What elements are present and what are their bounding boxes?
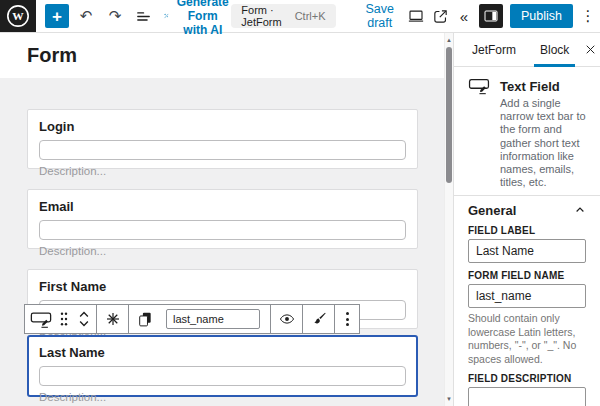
control-field-description: FIELD DESCRIPTION (468, 373, 586, 406)
topbar-actions: Save draft « Pu (356, 2, 600, 30)
field-label-input[interactable] (468, 239, 586, 263)
save-draft-button[interactable]: Save draft (356, 2, 405, 30)
wordpress-icon: W (5, 3, 31, 29)
block-toolbar-group-style (302, 305, 334, 333)
field-name-quick-input[interactable] (166, 309, 260, 329)
duplicate-icon (137, 311, 153, 328)
field-label[interactable]: First Name (39, 279, 406, 294)
field-label[interactable]: Email (39, 199, 406, 214)
document-title: Form · JetForm (241, 4, 281, 28)
desktop-preview-icon (407, 7, 425, 25)
form-blocks-area: Login Description... Email Description..… (0, 78, 444, 406)
text-field-block-login[interactable]: Login Description... (27, 109, 418, 169)
field-description[interactable]: Description... (39, 391, 406, 403)
field-input-preview (39, 366, 406, 386)
block-card-header: Text Field (468, 77, 586, 95)
generate-form-ai-button[interactable]: Generate Form with AI (163, 4, 231, 28)
close-sidebar-button[interactable] (581, 33, 600, 66)
duplicate-field-button[interactable] (131, 305, 158, 333)
settings-sidebar-toggle[interactable] (479, 4, 503, 28)
tab-jetform[interactable]: JetForm (460, 33, 528, 66)
field-label-label: FIELD LABEL (468, 225, 586, 236)
add-block-button[interactable]: + (45, 4, 69, 28)
options-menu-button[interactable]: ⋮ (576, 4, 600, 28)
wordpress-block-editor: W + ↶ ↷ Generate Form with AI Form · Jet… (0, 0, 600, 406)
sidebar-tabs: JetForm Block (454, 33, 600, 67)
field-description[interactable]: Description... (39, 245, 406, 257)
block-toolbar-group-name (128, 305, 270, 333)
sidebar-panel-icon (483, 8, 499, 24)
move-up-down-icon (78, 310, 90, 328)
text-field-block-icon (30, 310, 52, 329)
external-link-icon (432, 8, 449, 25)
shortcut-hint: Ctrl+K (295, 10, 326, 22)
list-view-icon (135, 8, 152, 25)
view-form-button[interactable] (428, 4, 452, 28)
drag-dots-icon (59, 311, 69, 327)
asterisk-icon (105, 311, 121, 327)
block-card-title: Text Field (500, 79, 560, 94)
block-toolbar (24, 304, 360, 334)
paintbrush-icon (311, 311, 327, 327)
field-input-preview (39, 220, 406, 240)
drag-handle[interactable] (54, 305, 74, 333)
block-type-button[interactable] (27, 305, 54, 333)
settings-sidebar: JetForm Block Text Field Ad (453, 33, 600, 406)
post-title-area: Form (0, 33, 444, 78)
control-form-field-name: FORM FIELD NAME Should contain only lowe… (468, 270, 586, 366)
block-toolbar-group-options (334, 305, 359, 333)
field-input-preview (39, 140, 406, 160)
generate-form-ai-label: Generate Form with AI (174, 0, 231, 37)
editor-topbar: W + ↶ ↷ Generate Form with AI Form · Jet… (0, 0, 600, 33)
form-field-name-label: FORM FIELD NAME (468, 270, 586, 281)
field-label[interactable]: Last Name (39, 345, 406, 360)
scroll-down-arrow[interactable]: ▼ (445, 394, 453, 404)
form-field-name-input[interactable] (468, 284, 586, 308)
eye-icon (278, 311, 296, 327)
field-description-label: FIELD DESCRIPTION (468, 373, 586, 384)
canvas-scrollbar[interactable]: ▲ ▼ (444, 33, 453, 406)
editor-canvas: Form Login Description... Email Descript… (0, 33, 444, 406)
toggle-required-button[interactable] (99, 305, 126, 333)
block-mover[interactable] (74, 305, 94, 333)
text-field-block-last-name-selected[interactable]: Last Name Description... (27, 335, 418, 397)
control-field-label: FIELD LABEL (468, 225, 586, 263)
command-palette-trigger[interactable]: Form · JetForm Ctrl+K (231, 4, 335, 28)
post-title[interactable]: Form (27, 44, 444, 67)
more-vertical-icon (346, 312, 349, 326)
block-toolbar-group-visibility (270, 305, 302, 333)
block-card-description: Add a single narrow text bar to the form… (500, 97, 586, 189)
panel-general-header[interactable]: General (468, 202, 586, 218)
field-description[interactable]: Description... (39, 165, 406, 177)
panel-general: General FIELD LABEL FORM FIELD NAME Shou… (454, 195, 600, 406)
scrollbar-thumb[interactable] (446, 47, 452, 183)
style-brush-button[interactable] (305, 305, 332, 333)
block-toolbar-group-mover (25, 305, 96, 333)
block-options-button[interactable] (337, 305, 357, 333)
block-card: Text Field Add a single narrow text bar … (454, 67, 600, 195)
text-field-block-icon (468, 77, 490, 95)
field-description-input[interactable] (468, 387, 586, 406)
redo-button[interactable]: ↷ (103, 4, 127, 28)
publish-button[interactable]: Publish (510, 4, 573, 28)
list-view-button[interactable] (131, 4, 155, 28)
form-field-name-help: Should contain only lowercase Latin lett… (468, 312, 586, 366)
svg-text:W: W (12, 10, 24, 22)
tab-block[interactable]: Block (528, 33, 581, 66)
ai-sparkle-icon (163, 9, 169, 23)
visibility-button[interactable] (273, 305, 300, 333)
collapse-panel-button[interactable]: « (452, 4, 476, 28)
scroll-up-arrow[interactable]: ▲ (445, 35, 453, 45)
close-icon (584, 43, 597, 56)
editor-body: Form Login Description... Email Descript… (0, 33, 600, 406)
chevron-up-icon (574, 204, 586, 216)
field-label[interactable]: Login (39, 119, 406, 134)
undo-button[interactable]: ↶ (74, 4, 98, 28)
wordpress-logo[interactable]: W (0, 0, 36, 32)
text-field-block-email[interactable]: Email Description... (27, 189, 418, 249)
preview-button[interactable] (404, 4, 428, 28)
panel-general-title: General (468, 203, 516, 218)
block-toolbar-group-required (96, 305, 128, 333)
